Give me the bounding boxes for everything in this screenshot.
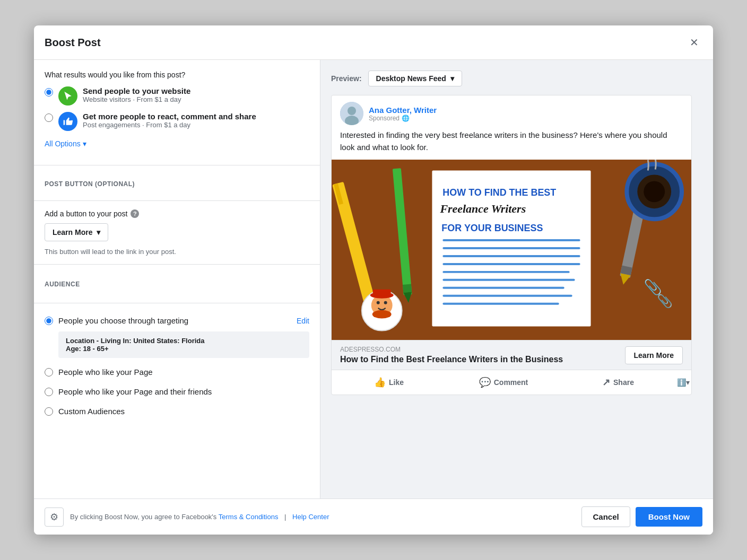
svg-text:📎: 📎 bbox=[657, 293, 673, 309]
cancel-button[interactable]: Cancel bbox=[581, 506, 630, 527]
audience-section-title: AUDIENCE bbox=[45, 273, 309, 294]
ad-image-bg: HOW TO FIND THE BEST Freelance Writers F… bbox=[332, 160, 691, 340]
ad-link-title: How to Find the Best Freelance Writers i… bbox=[340, 355, 563, 364]
option-website[interactable]: Send people to your website Website visi… bbox=[45, 86, 309, 106]
option-website-title: Send people to your website bbox=[83, 86, 190, 95]
audience-page-likes-radio[interactable] bbox=[45, 368, 53, 377]
comment-button[interactable]: 💬 Comment bbox=[446, 372, 561, 392]
svg-point-36 bbox=[384, 301, 387, 304]
avatar-image bbox=[340, 102, 363, 125]
left-panel: What results would you like from this po… bbox=[34, 60, 320, 498]
divider-3 bbox=[34, 264, 320, 265]
button-dropdown[interactable]: Learn More ▾ bbox=[45, 223, 108, 241]
ad-actions: 👍 Like 💬 Comment ↗ Share ℹ️▾ bbox=[332, 370, 691, 395]
audience-page-likes-label: People who like your Page bbox=[58, 368, 153, 377]
button-dropdown-label: Learn More bbox=[53, 228, 92, 237]
preview-dropdown[interactable]: Desktop News Feed ▾ bbox=[368, 71, 462, 86]
targeting-location-value: United States: Florida bbox=[133, 337, 204, 345]
svg-point-1 bbox=[348, 107, 356, 115]
ad-user-info: Ana Gotter, Writer Sponsored 🌐 bbox=[369, 106, 437, 122]
svg-rect-8 bbox=[442, 239, 580, 241]
avatar bbox=[340, 102, 363, 125]
share-icon: ↗ bbox=[602, 377, 610, 388]
all-options-label: All Options bbox=[45, 139, 81, 148]
svg-rect-15 bbox=[442, 295, 572, 297]
modal-body: What results would you like from this po… bbox=[34, 60, 713, 498]
close-icon: ✕ bbox=[690, 36, 699, 49]
option-website-radio[interactable] bbox=[45, 88, 53, 97]
svg-rect-13 bbox=[442, 279, 575, 281]
comment-label: Comment bbox=[494, 378, 528, 387]
audience-page-likes-row[interactable]: People who like your Page bbox=[45, 362, 309, 382]
gear-button[interactable]: ⚙ bbox=[45, 508, 64, 527]
learn-more-button[interactable]: Learn More bbox=[625, 346, 683, 364]
globe-icon: 🌐 bbox=[402, 115, 410, 122]
comment-icon: 💬 bbox=[479, 377, 491, 388]
preview-dropdown-arrow-icon: ▾ bbox=[450, 74, 454, 83]
targeting-details: Location - Living In: United States: Flo… bbox=[58, 331, 309, 358]
svg-point-30 bbox=[644, 181, 665, 202]
results-question: What results would you like from this po… bbox=[45, 71, 309, 79]
svg-text:Freelance Writers: Freelance Writers bbox=[439, 202, 526, 215]
like-button[interactable]: 👍 Like bbox=[332, 372, 446, 392]
boost-post-modal: Boost Post ✕ What results would you like… bbox=[34, 25, 713, 535]
audience-page-friends-radio[interactable] bbox=[45, 388, 53, 396]
like-icon: 👍 bbox=[374, 377, 386, 388]
preview-header: Preview: Desktop News Feed ▾ bbox=[331, 71, 702, 86]
audience-targeting-row[interactable]: People you choose through targeting Edit bbox=[45, 312, 309, 329]
option-engage-subtitle: Post engagements · From $1 a day bbox=[83, 121, 256, 129]
close-button[interactable]: ✕ bbox=[685, 34, 702, 51]
svg-rect-14 bbox=[442, 287, 564, 289]
audience-custom-row[interactable]: Custom Audiences bbox=[45, 401, 309, 421]
right-panel: Preview: Desktop News Feed ▾ bbox=[320, 60, 713, 498]
svg-rect-22 bbox=[403, 284, 412, 293]
ad-link-area: ADESPRESSO.COM How to Find the Best Free… bbox=[332, 340, 691, 370]
modal-footer: ⚙ By clicking Boost Now, you agree to Fa… bbox=[34, 498, 713, 535]
svg-rect-16 bbox=[442, 303, 559, 305]
ad-sponsored: Sponsored 🌐 bbox=[369, 115, 437, 122]
ad-link-info: ADESPRESSO.COM How to Find the Best Free… bbox=[340, 346, 563, 364]
audience-edit-link[interactable]: Edit bbox=[297, 317, 309, 325]
targeting-age: Age: 18 - 65+ bbox=[66, 345, 302, 353]
all-options-link[interactable]: All Options ▾ bbox=[45, 139, 86, 148]
terms-link[interactable]: Terms & Conditions bbox=[219, 513, 279, 521]
footer-separator: | bbox=[284, 513, 286, 521]
like-label: Like bbox=[389, 378, 404, 387]
audience-targeting-label: People you choose through targeting bbox=[58, 316, 297, 325]
option-engage[interactable]: Get more people to react, comment and sh… bbox=[45, 112, 309, 131]
modal-title: Boost Post bbox=[45, 37, 101, 49]
ad-infographic: HOW TO FIND THE BEST Freelance Writers F… bbox=[332, 160, 691, 340]
share-button[interactable]: ↗ Share bbox=[561, 372, 675, 392]
share-label: Share bbox=[613, 378, 634, 387]
svg-rect-38 bbox=[373, 290, 391, 296]
svg-rect-11 bbox=[442, 263, 580, 265]
audience-custom-label: Custom Audiences bbox=[58, 407, 125, 416]
audience-targeting-radio[interactable] bbox=[45, 317, 53, 325]
info-icon: ? bbox=[131, 209, 139, 218]
audience-custom-radio[interactable] bbox=[45, 407, 53, 416]
add-button-label: Add a button to your post ? bbox=[45, 209, 309, 218]
audience-page-friends-row[interactable]: People who like your Page and their frie… bbox=[45, 382, 309, 401]
option-website-subtitle: Website visitors · From $1 a day bbox=[83, 95, 190, 103]
cursor-icon bbox=[63, 91, 73, 101]
boost-now-button[interactable]: Boost Now bbox=[636, 507, 702, 527]
option-engage-radio[interactable] bbox=[45, 113, 53, 122]
info-circle-icon: ℹ️▾ bbox=[677, 378, 690, 387]
svg-rect-10 bbox=[442, 255, 580, 257]
svg-rect-9 bbox=[442, 247, 580, 249]
preview-label: Preview: bbox=[331, 74, 362, 83]
divider-1 bbox=[34, 165, 320, 165]
ad-link-domain: ADESPRESSO.COM bbox=[340, 346, 563, 353]
dropdown-arrow-icon: ▾ bbox=[97, 228, 100, 237]
svg-text:FOR YOUR BUSINESS: FOR YOUR BUSINESS bbox=[441, 223, 543, 233]
ad-card-header: Ana Gotter, Writer Sponsored 🌐 bbox=[332, 95, 691, 129]
help-center-link[interactable]: Help Center bbox=[292, 513, 329, 521]
option-website-icon bbox=[58, 86, 77, 106]
targeting-age-value: 18 - 65+ bbox=[83, 345, 109, 353]
ad-body-text: Interested in finding the very best free… bbox=[332, 129, 691, 160]
info-dropdown-button[interactable]: ℹ️▾ bbox=[675, 372, 691, 392]
chevron-down-icon: ▾ bbox=[83, 139, 86, 148]
svg-point-35 bbox=[377, 301, 380, 304]
modal-header: Boost Post ✕ bbox=[34, 25, 713, 60]
post-button-section-label: POST BUTTON (Optional) bbox=[45, 174, 309, 192]
